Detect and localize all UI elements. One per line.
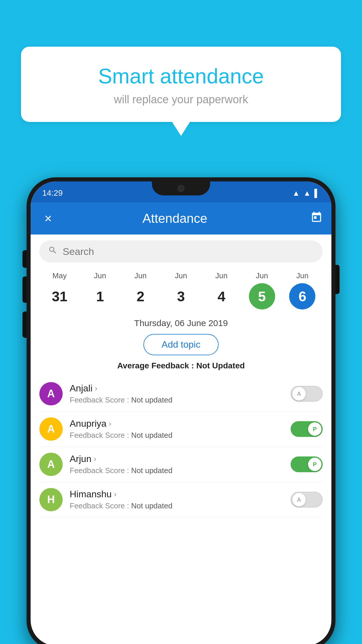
battery-icon: ▌ xyxy=(314,189,320,198)
signal-icon: ▲ xyxy=(303,189,311,198)
student-item: AAnjali ›Feedback Score : Not updatedA xyxy=(39,376,323,412)
avatar: A xyxy=(39,417,63,441)
toggle-switch[interactable]: P xyxy=(291,456,323,472)
search-icon xyxy=(48,246,57,257)
cal-month-label: Jun xyxy=(215,271,228,280)
student-name[interactable]: Anjali › xyxy=(70,383,284,394)
student-name[interactable]: Anupriya › xyxy=(70,418,284,429)
toggle-thumb: P xyxy=(308,458,321,471)
cal-date-number: 31 xyxy=(46,283,73,309)
cal-month-label: May xyxy=(52,271,67,280)
attendance-toggle[interactable]: P xyxy=(291,421,323,437)
cal-month-label: Jun xyxy=(134,271,147,280)
student-name[interactable]: Himanshu › xyxy=(70,489,284,500)
calendar-day[interactable]: Jun4 xyxy=(208,271,235,309)
toggle-thumb: A xyxy=(292,493,306,506)
student-info: Himanshu ›Feedback Score : Not updated xyxy=(70,489,284,510)
cal-month-label: Jun xyxy=(296,271,309,280)
student-feedback: Feedback Score : Not updated xyxy=(70,501,284,510)
calendar-day[interactable]: Jun3 xyxy=(168,271,194,309)
chevron-right-icon: › xyxy=(94,454,96,463)
calendar-day[interactable]: Jun1 xyxy=(87,271,113,309)
calendar-icon[interactable] xyxy=(310,211,323,226)
student-feedback: Feedback Score : Not updated xyxy=(70,431,284,440)
close-button[interactable]: × xyxy=(39,211,57,226)
student-list: AAnjali ›Feedback Score : Not updatedAAA… xyxy=(31,376,331,517)
chevron-right-icon: › xyxy=(109,419,111,428)
selected-date-display: Thursday, 06 June 2019 xyxy=(31,315,331,334)
toggle-switch[interactable]: A xyxy=(291,492,323,508)
toggle-thumb: P xyxy=(308,422,321,436)
toggle-switch[interactable]: A xyxy=(291,386,323,402)
bubble-title: Smart attendance xyxy=(38,64,324,88)
calendar-day[interactable]: Jun6 xyxy=(289,271,315,309)
volume-up-button xyxy=(22,250,27,268)
attendance-toggle[interactable]: A xyxy=(291,492,323,508)
student-feedback: Feedback Score : Not updated xyxy=(70,466,284,475)
cal-date-number: 6 xyxy=(289,283,315,309)
student-item: AAnupriya ›Feedback Score : Not updatedP xyxy=(39,412,323,447)
toggle-thumb: A xyxy=(292,387,306,400)
phone-screen: 14:29 ▲ ▲ ▌ × Attendance xyxy=(31,181,331,644)
wifi-icon: ▲ xyxy=(292,189,300,198)
add-topic-button[interactable]: Add topic xyxy=(143,334,218,355)
student-item: AArjun ›Feedback Score : Not updatedP xyxy=(39,447,323,482)
attendance-toggle[interactable]: P xyxy=(291,456,323,472)
search-bar[interactable] xyxy=(39,240,323,262)
status-icons: ▲ ▲ ▌ xyxy=(292,189,320,198)
app-bar-title: Attendance xyxy=(57,211,293,226)
speech-bubble: Smart attendance will replace your paper… xyxy=(21,47,341,122)
cal-month-label: Jun xyxy=(256,271,268,280)
volume-down-button xyxy=(22,276,27,303)
cal-date-number: 3 xyxy=(168,283,194,309)
phone-device: 14:29 ▲ ▲ ▌ × Attendance xyxy=(27,177,335,644)
status-time: 14:29 xyxy=(42,188,63,198)
attendance-toggle[interactable]: A xyxy=(291,386,323,402)
avg-feedback-value: Not Updated xyxy=(196,361,245,370)
front-camera xyxy=(178,185,184,192)
bubble-subtitle: will replace your paperwork xyxy=(38,93,324,106)
toggle-switch[interactable]: P xyxy=(291,421,323,437)
student-info: Anupriya ›Feedback Score : Not updated xyxy=(70,418,284,440)
chevron-right-icon: › xyxy=(114,490,117,499)
avg-feedback: Average Feedback : Not Updated xyxy=(31,361,331,370)
student-item: HHimanshu ›Feedback Score : Not updatedA xyxy=(39,482,323,517)
avg-feedback-label: Average Feedback : xyxy=(117,361,194,370)
avatar: A xyxy=(39,382,63,405)
student-name[interactable]: Arjun › xyxy=(70,454,284,464)
cal-date-number: 4 xyxy=(208,283,235,309)
cal-month-label: Jun xyxy=(175,271,187,280)
calendar-day[interactable]: Jun2 xyxy=(127,271,154,309)
search-input[interactable] xyxy=(63,246,314,257)
cal-date-number: 5 xyxy=(249,283,275,309)
cal-date-number: 2 xyxy=(127,283,154,309)
cal-month-label: Jun xyxy=(94,271,106,280)
silent-button xyxy=(22,312,27,338)
notch xyxy=(152,181,210,195)
app-bar: × Attendance xyxy=(31,202,331,235)
calendar-strip: May31Jun1Jun2Jun3Jun4Jun5Jun6 xyxy=(31,268,331,315)
avatar: H xyxy=(39,488,63,511)
cal-date-number: 1 xyxy=(87,283,113,309)
calendar-day[interactable]: Jun5 xyxy=(249,271,275,309)
student-info: Anjali ›Feedback Score : Not updated xyxy=(70,383,284,405)
student-info: Arjun ›Feedback Score : Not updated xyxy=(70,454,284,475)
speech-bubble-container: Smart attendance will replace your paper… xyxy=(21,47,341,122)
calendar-day[interactable]: May31 xyxy=(46,271,73,309)
avatar: A xyxy=(39,453,63,476)
power-button xyxy=(335,265,340,294)
chevron-right-icon: › xyxy=(95,384,97,393)
student-feedback: Feedback Score : Not updated xyxy=(70,396,284,405)
